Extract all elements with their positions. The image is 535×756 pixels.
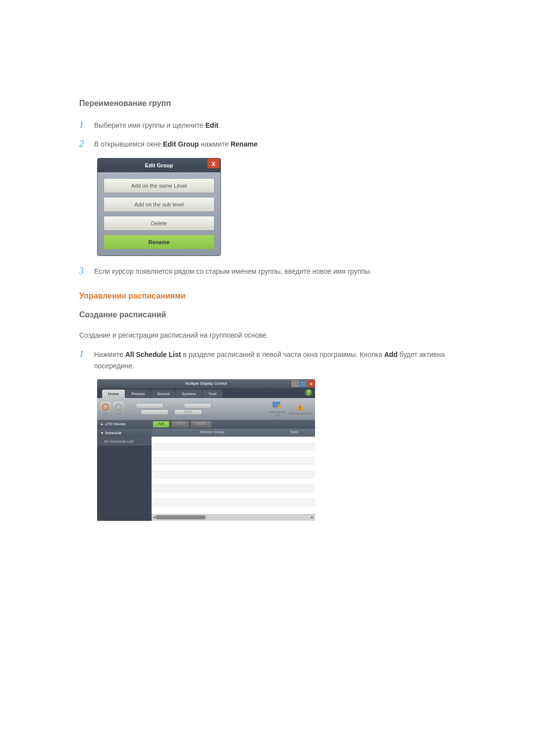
text-bold: Edit Group (163, 140, 199, 148)
minimize-button[interactable]: - (291, 380, 299, 387)
step-2: 2 В открывшемся окне Edit Group нажмите … (79, 139, 456, 150)
content-rows (152, 437, 315, 514)
step-3: 3 Если курсор появляется рядом со старым… (79, 266, 456, 277)
volume-label: Volume (171, 404, 183, 407)
step-text: Выберите имя группы и щелкните Edit. (94, 120, 220, 131)
heading-schedule-mgmt: Управление расписаниями (79, 292, 456, 301)
maximize-button[interactable]: □ (299, 380, 307, 387)
section-rename-groups: Переименование групп 1 Выберите имя груп… (79, 99, 456, 277)
scrollbar-thumb[interactable] (156, 515, 206, 519)
channel-stepper[interactable] (141, 409, 168, 415)
step-1: 1 Выберите имя группы и щелкните Edit. (79, 120, 456, 131)
input-label: Input (127, 404, 135, 407)
table-row (152, 451, 315, 457)
step-text: Если курсор появляется рядом со старым и… (94, 266, 372, 277)
add-button[interactable]: Add (153, 421, 169, 428)
app-content: Device Group Date ◄ ► (152, 429, 315, 521)
fault-alert-label: Fault Device Alert (289, 412, 312, 415)
sidebar-label: Schedule (105, 431, 121, 435)
step-number: 3 (79, 266, 94, 276)
rename-button[interactable]: Rename (104, 235, 214, 250)
tab-home[interactable]: Home (102, 390, 125, 398)
text-bold: Rename (230, 140, 257, 148)
delete-button: Delete (191, 421, 212, 428)
table-row (152, 478, 315, 485)
table-row (152, 437, 315, 444)
step-text: Нажмите All Schedule List в разделе расп… (94, 349, 456, 371)
window-controls: - □ x (291, 380, 315, 387)
step-number: 1 (79, 120, 94, 130)
section-title: Переименование групп (79, 99, 456, 108)
sidebar-item-all-schedule[interactable]: All Schedule List (97, 437, 152, 446)
body-text: Создание и регистрация расписаний на гру… (79, 331, 456, 339)
add-sub-level-button[interactable]: Add on the sub level (104, 197, 214, 212)
power-off-label: Off (116, 412, 120, 416)
power-section: On Off (100, 402, 124, 416)
sidebar-lfd-device[interactable]: ▸ LFD Device (97, 420, 152, 429)
app-titlebar: Multiple Display Control - □ x (97, 379, 315, 388)
close-button[interactable]: x (307, 380, 315, 387)
edit-group-dialog-screenshot: Edit Group x Add on the same Level Add o… (97, 158, 456, 256)
delete-button[interactable]: Delete (104, 216, 214, 231)
close-icon[interactable]: x (208, 158, 219, 168)
text-part: Выберите имя группы и щелкните (94, 121, 206, 129)
volume-stepper[interactable] (184, 403, 212, 408)
sidebar-label: LFD Device (105, 422, 126, 426)
dialog-header: Edit Group x (98, 158, 220, 172)
edit-button: Edit (171, 421, 188, 428)
dialog-title: Edit Group (98, 162, 220, 168)
power-off-icon (115, 403, 122, 410)
step-number: 2 (79, 139, 94, 149)
dialog-body: Add on the same Level Add on the sub lev… (98, 172, 220, 255)
tab-system[interactable]: System (176, 390, 202, 398)
help-icon[interactable]: ? (305, 389, 312, 396)
app-body: ▾ Schedule All Schedule List Device Grou… (97, 429, 315, 521)
mute-button[interactable]: Mute (174, 409, 202, 415)
tab-sound[interactable]: Sound (151, 390, 175, 398)
table-row (152, 492, 315, 499)
table-row (152, 457, 315, 464)
table-row (152, 444, 315, 451)
step-1-schedule: 1 Нажмите All Schedule List в разделе ра… (79, 349, 456, 371)
scroll-right-icon[interactable]: ► (311, 515, 314, 519)
table-row (152, 485, 315, 492)
column-date: Date (273, 429, 316, 437)
fault-device-label: Fault Device(0) (269, 410, 286, 416)
tab-tool[interactable]: Tool (203, 390, 222, 398)
chevron-right-icon: ▸ (101, 422, 103, 426)
horizontal-scrollbar[interactable]: ◄ ► (152, 514, 315, 521)
fault-device-group: ! Fault Device(0) (269, 401, 286, 416)
text-bold: Edit (206, 121, 218, 129)
step-number: 1 (79, 349, 94, 359)
warning-icon[interactable]: ! (295, 403, 305, 411)
power-on-label: On (103, 412, 107, 416)
channel-label: Channel (127, 410, 140, 414)
text-part: в разделе расписаний в левой части окна … (181, 351, 384, 358)
content-header: Device Group Date (152, 429, 315, 437)
column-device-group: Device Group (152, 429, 273, 437)
table-row (152, 464, 315, 471)
text-bold: All Schedule List (125, 351, 181, 358)
text-part: В открывшемся окне (94, 140, 163, 148)
app-screenshot: Multiple Display Control - □ x Home Pict… (97, 379, 315, 521)
fault-alert-group: ! Fault Device Alert (289, 403, 312, 415)
app-toolbar: On Off Input Channel Volume xMute ! Fau (97, 398, 315, 420)
sidebar-schedule[interactable]: ▾ Schedule (97, 429, 152, 437)
text-part: . (218, 121, 220, 129)
tab-picture[interactable]: Picture (125, 390, 151, 398)
add-same-level-button[interactable]: Add on the same Level (104, 178, 214, 193)
input-dropdown[interactable] (136, 403, 163, 408)
edit-group-dialog: Edit Group x Add on the same Level Add o… (97, 158, 221, 256)
scroll-left-icon[interactable]: ◄ (153, 515, 156, 519)
text-bold: Add (384, 351, 397, 358)
monitor-alert-icon[interactable]: ! (272, 401, 282, 410)
action-bar: Add Edit Delete (152, 420, 315, 429)
volume-section: Volume xMute (171, 403, 212, 415)
app-title: Multiple Display Control (185, 381, 227, 386)
step-text: В открывшемся окне Edit Group нажмите Re… (94, 139, 260, 150)
section-title: Создание расписаний (79, 310, 456, 319)
power-off-button[interactable] (113, 402, 124, 412)
power-on-button[interactable] (100, 402, 111, 412)
power-on-icon (102, 403, 109, 410)
text-part: Нажмите (94, 351, 125, 358)
